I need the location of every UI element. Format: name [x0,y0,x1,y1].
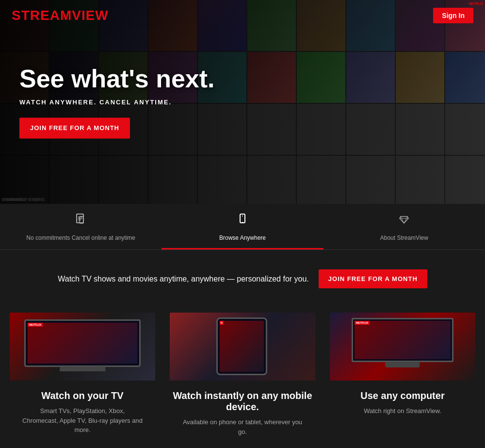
hero-content: See what's next. WATCH ANYWHERE. CANCEL … [19,65,215,138]
hero-subtitle: WATCH ANYWHERE. CANCEL ANYTIME. [19,99,215,106]
cta-row: Watch TV shows and movies anytime, anywh… [10,269,475,288]
feature-tv: NETFLIX Watch on your TV Smart TVs, Play… [10,313,155,436]
header: STREAMVIEW Sign In [0,0,485,31]
feature-mobile: N Watch instantly on any mobile device. … [170,313,315,436]
tab-about-label: About StreamView [380,234,428,241]
tab-about[interactable]: About StreamView [323,204,485,249]
feature-mobile-desc: Available on phone or tablet, wherever y… [182,417,303,436]
hero-title: See what's next. [19,65,215,93]
svg-point-7 [242,216,243,216]
tab-no-commitments-label: No commitments Cancel online at anytime [26,234,135,241]
tv-screen-mock: NETFLIX [24,319,141,367]
feature-tv-title: Watch on your TV [41,390,123,401]
svg-rect-5 [240,214,245,223]
about-icon [397,213,411,231]
nav-tabs: No commitments Cancel online at anytime … [0,204,485,250]
hero-join-button[interactable]: JOIN FREE FOR A MONTH [19,118,130,139]
feature-computer-title: Use any computer [360,390,444,401]
computer-screen-mock: NETFLIX [352,318,453,362]
feature-mobile-image: N [170,313,315,381]
feature-computer: NETFLIX Use any computer Watch right on … [330,313,475,436]
tab-browse-anywhere[interactable]: Browse Anywhere [162,204,323,249]
browse-anywhere-icon [235,213,250,231]
no-commitments-icon [74,213,88,231]
middle-section: Watch TV shows and movies anytime, anywh… [0,250,485,448]
feature-tv-desc: Smart TVs, PlayStation, Xbox, Chromecast… [22,406,143,435]
feature-computer-image: NETFLIX [330,313,475,381]
middle-join-button[interactable]: JOIN FREE FOR A MONTH [319,269,427,288]
tab-no-commitments[interactable]: No commitments Cancel online at anytime [0,204,162,249]
features-grid: NETFLIX Watch on your TV Smart TVs, Play… [10,313,475,436]
sign-in-button[interactable]: Sign In [433,8,473,23]
feature-mobile-title: Watch instantly on any mobile device. [170,390,315,413]
logo: STREAMVIEW [12,8,109,23]
phone-screen-mock: N [216,317,267,375]
tab-browse-anywhere-label: Browse Anywhere [219,234,266,241]
feature-tv-image: NETFLIX [10,313,155,381]
cta-text: Watch TV shows and movies anytime, anywh… [58,275,309,283]
feature-computer-desc: Watch right on StreamView. [364,406,441,416]
